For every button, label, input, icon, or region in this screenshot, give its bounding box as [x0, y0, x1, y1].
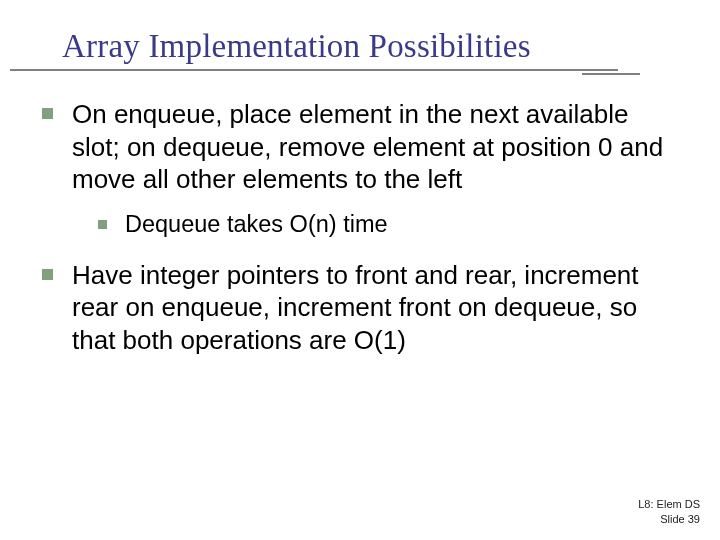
- title-area: Array Implementation Possibilities: [0, 28, 720, 70]
- bullet-level1: Have integer pointers to front and rear,…: [42, 259, 678, 357]
- slide-footer: L8: Elem DS Slide 39: [638, 497, 700, 526]
- bullet-level1: On enqueue, place element in the next av…: [42, 98, 678, 196]
- footer-line2: Slide 39: [638, 512, 700, 526]
- bullet-text: Dequeue takes O(n) time: [125, 210, 388, 239]
- bullet-square-icon: [98, 220, 107, 229]
- bullet-text: Have integer pointers to front and rear,…: [72, 259, 678, 357]
- slide-body: On enqueue, place element in the next av…: [42, 98, 678, 362]
- title-underline: [10, 69, 640, 70]
- bullet-square-icon: [42, 108, 53, 119]
- bullet-square-icon: [42, 269, 53, 280]
- bullet-level2: Dequeue takes O(n) time: [98, 210, 678, 239]
- slide-title: Array Implementation Possibilities: [0, 28, 720, 65]
- bullet-text: On enqueue, place element in the next av…: [72, 98, 678, 196]
- footer-line1: L8: Elem DS: [638, 497, 700, 511]
- slide: Array Implementation Possibilities On en…: [0, 0, 720, 540]
